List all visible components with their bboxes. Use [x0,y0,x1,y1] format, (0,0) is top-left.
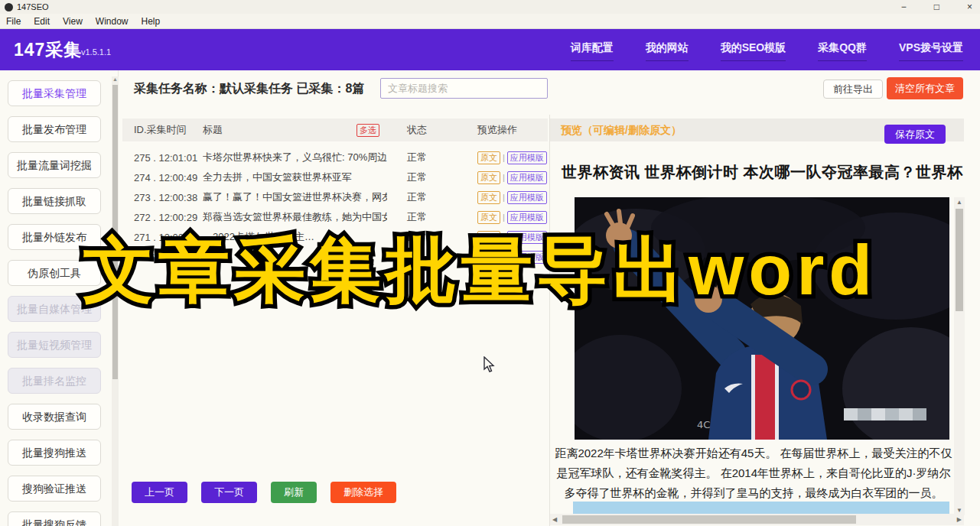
row-status: 正常 [387,151,457,164]
scroll-up-icon[interactable]: ▲ [112,76,119,82]
col-id-time: ID.采集时间 [122,123,203,137]
row-id-time: 272 . 12:00:29 [122,212,203,223]
multi-select-badge[interactable]: 多选 [357,124,379,137]
window-title: 147SEO [17,2,49,11]
nav-my-websites[interactable]: 我的网站 [646,41,689,61]
nav-my-seo-templates[interactable]: 我的SEO模版 [721,41,786,61]
export-button[interactable]: 前往导出 [823,80,883,99]
action-separator: | [503,193,505,202]
article-body[interactable]: 距离2022年卡塔世界杯决赛开始还有45天。 在每届世界杯上，最受关注的不仅是冠… [551,443,956,503]
menu-file[interactable]: File [6,16,21,27]
preview-horizontal-scrollbar[interactable]: ◀ ▶ [550,514,964,525]
apply-template-button[interactable]: 应用模版 [507,211,547,224]
next-page-button[interactable]: 下一页 [201,482,257,503]
scroll-down-icon[interactable]: ▼ [954,507,965,514]
menu-view[interactable]: View [63,16,83,27]
sidebar-item-batch-collect[interactable]: 批量采集管理 [8,80,101,106]
row-title: 全力去拼，中国女篮获世界杯亚军 [203,170,387,184]
app-header: 147采集 v1.5.1.1 词库配置 我的网站 我的SEO模版 采集QQ群 V… [0,29,980,70]
mouse-cursor [483,356,496,376]
original-text-button[interactable]: 原文 [477,151,500,164]
pagination: 上一页 下一页 刷新 删除选择 [132,482,396,503]
menu-edit[interactable]: Edit [34,16,50,27]
row-title: 赢了！赢了！中国女篮进世界杯决赛，网友直呼刺激 [203,190,387,204]
watermark-blur [844,408,926,420]
apply-template-button[interactable]: 应用模版 [507,191,547,204]
col-title: 标题 [203,123,223,137]
row-status: 正常 [387,170,457,184]
window-controls: − □ × [901,0,972,14]
prev-page-button[interactable]: 上一页 [132,482,187,503]
scroll-right-icon[interactable]: ▶ [957,516,962,523]
table-row[interactable]: 275 . 12:01:01 卡塔尔世界杯快来了，义乌很忙: 70%周边商品来自… [122,148,548,167]
row-id-time: 273 . 12:00:38 [122,192,203,203]
sidebar-item-sogou-verify-push[interactable]: 搜狗验证推送 [8,476,101,502]
sidebar-item-sogou-push[interactable]: 批量搜狗推送 [8,440,101,466]
title-bar: 147SEO − □ × [0,0,980,14]
nav-thesaurus-config[interactable]: 词库配置 [571,41,614,61]
scroll-left-icon[interactable]: ◀ [552,516,557,523]
nav-vps-dial-settings[interactable]: VPS拨号设置 [899,41,963,61]
minimize-icon[interactable]: − [901,0,907,14]
preview-vertical-scrollbar[interactable]: ▲ ▼ [954,197,965,515]
col-operations: 预览操作 [457,123,548,137]
menu-help[interactable]: Help [142,16,161,27]
original-text-button[interactable]: 原文 [477,191,500,204]
table-row[interactable]: 273 . 12:00:38 赢了！赢了！中国女篮进世界杯决赛，网友直呼刺激 正… [122,187,548,207]
vertical-scrollbar-thumb[interactable] [956,209,963,311]
save-original-button[interactable]: 保存原文 [884,125,946,144]
table-header: ID.采集时间 标题 多选 状态 预览操作 [122,119,548,141]
sidebar-item-rank-monitor: 批量排名监控 [8,368,101,394]
original-text-button[interactable]: 原文 [477,171,500,184]
brand-logo: 147采集 [14,38,82,62]
article-title: 世界杯资讯 世界杯倒计时 本次哪一队夺冠率最高？世界杯 [562,162,961,183]
version-label: v1.5.1.1 [81,47,111,57]
row-status: 正常 [387,190,457,204]
row-id-time: 274 . 12:00:49 [122,172,203,183]
restore-icon[interactable]: □ [934,0,939,14]
task-summary: 采集任务名称：默认采集任务 已采集：8篇 [134,81,364,97]
top-nav: 词库配置 我的网站 我的SEO模版 采集QQ群 VPS拨号设置 [571,41,963,61]
promo-overlay-text: 文章采集批量导出word [83,222,877,319]
search-input[interactable] [380,78,548,99]
col-status: 状态 [387,123,457,137]
sidebar-item-link-grab[interactable]: 批量链接抓取 [8,188,101,214]
app-icon [5,3,13,11]
preview-header-label: 预览（可编辑/删除原文） [561,124,682,138]
sidebar-item-index-query[interactable]: 收录数据查询 [8,404,101,430]
table-row[interactable]: 274 . 12:00:49 全力去拼，中国女篮获世界杯亚军 正常 原文|应用模… [122,167,548,187]
refresh-button[interactable]: 刷新 [271,482,317,503]
sidebar-item-short-video: 批量短视频管理 [8,332,101,358]
action-separator: | [503,153,505,162]
apply-template-button[interactable]: 应用模版 [507,171,547,184]
row-id-time: 275 . 12:01:01 [122,152,203,164]
svg-text:4C: 4C [697,419,710,430]
original-text-button[interactable]: 原文 [477,211,500,224]
preview-pane: 预览（可编辑/删除原文） 保存原文 世界杯资讯 世界杯倒计时 本次哪一队夺冠率最… [549,115,980,526]
delete-selected-button[interactable]: 删除选择 [330,482,396,503]
sidebar-item-keyword-mining[interactable]: 批量流量词挖掘 [8,152,101,178]
highlighted-block [573,502,949,514]
menu-window[interactable]: Window [96,16,129,27]
scroll-up-icon[interactable]: ▲ [954,199,965,206]
horizontal-scrollbar-thumb[interactable] [562,515,856,524]
preview-header: 预览（可编辑/删除原文） 保存原文 [550,119,964,141]
menu-bar: File Edit View Window Help [0,14,980,29]
apply-template-button[interactable]: 应用模版 [507,151,547,164]
close-icon[interactable]: × [967,0,972,14]
action-separator: | [503,173,505,182]
action-separator: | [503,213,505,222]
app-window: 147SEO − □ × File Edit View Window Help … [0,0,980,526]
nav-qq-group[interactable]: 采集QQ群 [818,41,867,61]
sidebar-item-batch-publish[interactable]: 批量发布管理 [8,116,101,142]
clear-all-button[interactable]: 清空所有文章 [887,77,963,99]
sidebar-item-sogou-feedback[interactable]: 批量搜狗反馈 [8,511,101,526]
row-title: 卡塔尔世界杯快来了，义乌很忙: 70%周边商品来自义乌制 [203,151,387,164]
